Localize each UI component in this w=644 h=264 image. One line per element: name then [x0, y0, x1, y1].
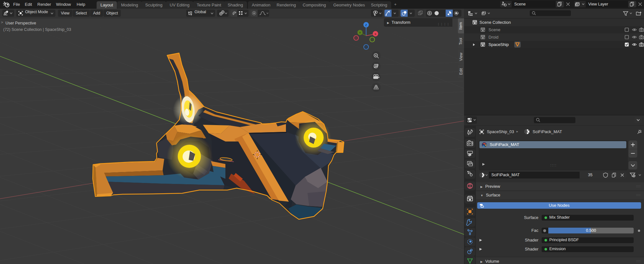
svg-text:X: X [374, 32, 377, 36]
svg-text:Y: Y [359, 31, 361, 34]
svg-text:Z: Z [365, 23, 367, 27]
